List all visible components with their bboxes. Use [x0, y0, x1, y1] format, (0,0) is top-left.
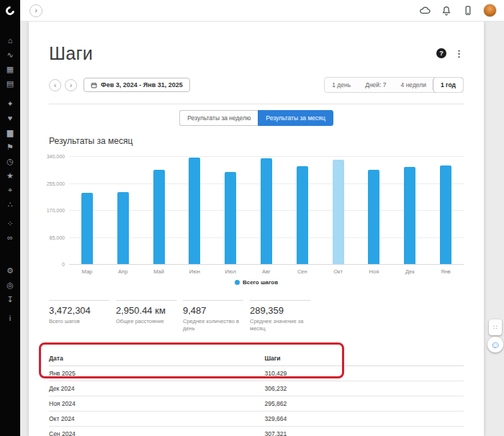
chart-bar[interactable] — [117, 192, 129, 264]
training-icon[interactable]: ✦ — [0, 96, 20, 111]
notifications-bell-icon[interactable] — [440, 5, 452, 16]
bar-slot — [141, 156, 177, 264]
table-row[interactable]: Ноя 2024295,862 — [49, 396, 464, 412]
x-axis-label: Авг — [248, 268, 284, 275]
chart-bar[interactable] — [440, 165, 451, 264]
x-axis-label: Май — [141, 268, 177, 275]
chart-bar[interactable] — [261, 158, 272, 264]
y-axis-tick: 0 — [62, 262, 65, 267]
chart-bar[interactable] — [404, 167, 415, 264]
tab[interactable]: Результаты за месяц — [258, 110, 333, 126]
prev-period-button[interactable]: ‹ — [49, 79, 61, 91]
health-stats-icon[interactable]: ♥ — [0, 111, 20, 125]
bar-slot — [105, 156, 141, 264]
chart-bar[interactable] — [297, 166, 308, 264]
chart-bar[interactable] — [81, 193, 93, 264]
chevron-left-icon: ‹ — [54, 81, 57, 89]
stat: 2,950.44 кмОбщее расстояние — [116, 300, 176, 332]
table-header-row: Дата Шаги — [49, 351, 464, 366]
bar-slot — [284, 156, 320, 264]
calendar-icon[interactable]: ▦ — [0, 62, 20, 76]
x-axis-label: Дек — [392, 268, 428, 275]
topbar-actions — [418, 4, 497, 17]
settings-icon[interactable]: ⚙ — [0, 263, 20, 278]
table-row[interactable]: Янв 2025310,429 — [49, 366, 464, 381]
x-axis-label: Мар — [69, 268, 105, 275]
stat-label: Среднее значение за месяц — [250, 318, 310, 332]
help-button[interactable]: ? — [436, 48, 446, 58]
info-icon[interactable]: i — [0, 311, 20, 325]
courses-icon[interactable]: ⌖ — [0, 183, 20, 197]
topbar: › — [20, 0, 504, 22]
downloads-icon[interactable]: ↧ — [0, 292, 20, 306]
grip-icon: ∷ — [493, 324, 498, 331]
training-plans-icon[interactable]: ⚑ — [0, 140, 20, 154]
result-tabs: Результаты за неделюРезультаты за месяц — [49, 110, 464, 126]
stat-value: 9,487 — [183, 305, 243, 316]
badges-icon[interactable]: ◎ — [0, 278, 20, 292]
reports-icon[interactable]: ▤ — [0, 76, 20, 91]
content-card: Шаги ? ⋮ ‹ › — [29, 22, 484, 436]
chart-bar[interactable] — [333, 160, 344, 264]
calendar-icon — [91, 82, 97, 88]
table-row[interactable]: Дек 2024306,232 — [49, 381, 464, 396]
stat: 289,359Среднее значение за месяц — [250, 300, 310, 332]
bar-slot — [356, 156, 392, 264]
chart-bar[interactable] — [189, 158, 200, 264]
cell-date: Ноя 2024 — [49, 400, 265, 407]
x-axis-label: Янв — [428, 268, 464, 275]
chevron-right-icon: › — [35, 6, 37, 14]
chart-bar[interactable] — [225, 172, 236, 264]
chart-bar[interactable] — [153, 170, 165, 264]
stat-value: 289,359 — [250, 305, 310, 316]
range-option[interactable]: 4 недели — [394, 78, 433, 92]
cell-date: Янв 2025 — [49, 370, 265, 377]
side-panel-handle[interactable]: ∷ — [489, 319, 502, 335]
x-axis-label: Июн — [176, 268, 212, 275]
bar-slot — [69, 156, 105, 264]
range-option[interactable]: 1 день — [325, 78, 358, 92]
range-option[interactable]: 1 год — [433, 78, 463, 92]
x-axis-label: Ноя — [356, 268, 392, 275]
next-period-button[interactable]: › — [65, 79, 77, 91]
chart-bar[interactable] — [368, 170, 379, 264]
table-row[interactable]: Сен 2024307,321 — [49, 427, 464, 436]
y-axis-tick: 255,000 — [47, 181, 65, 186]
steps-bar-chart: 085,000170,000255,000340,000 МарАпрМайИю… — [39, 152, 467, 276]
stat-label: Общее расстояние — [116, 318, 176, 325]
chart-legend: Всего шагов — [49, 279, 464, 286]
stat: 3,472,304Всего шагов — [49, 300, 109, 332]
connections-icon[interactable]: ∞ — [0, 230, 20, 245]
cell-date: Сен 2024 — [49, 430, 265, 436]
feedback-smiley-button[interactable]: ☺ — [487, 337, 503, 353]
cell-steps: 307,321 — [265, 430, 464, 436]
tab[interactable]: Результаты за неделю — [179, 110, 258, 126]
performance-icon[interactable]: ▆ — [0, 125, 20, 140]
range-option[interactable]: Дней: 7 — [358, 78, 393, 92]
x-axis-label: Сен — [284, 268, 320, 275]
watch-icon[interactable]: ◷ — [0, 154, 20, 168]
table-row[interactable]: Окт 2024329,664 — [49, 412, 464, 427]
activities-icon[interactable]: ∿ — [0, 47, 20, 62]
home-icon[interactable]: ⌂ — [0, 33, 20, 47]
sidebar-expand-button[interactable]: › — [30, 4, 42, 17]
cell-date: Дек 2024 — [49, 385, 265, 392]
stat-label: Среднее количество в день — [183, 318, 243, 332]
y-axis-tick: 340,000 — [47, 154, 65, 159]
user-avatar[interactable] — [483, 4, 497, 17]
main-area: Шаги ? ⋮ ‹ › — [20, 22, 504, 436]
bar-slot — [320, 156, 356, 264]
groups-icon[interactable]: ⁘ — [0, 216, 20, 230]
garmin-logo-icon — [4, 5, 17, 17]
page-title: Шаги — [49, 43, 93, 64]
question-icon: ? — [439, 50, 444, 57]
x-axis-label: Июл — [212, 268, 248, 275]
device-icon[interactable] — [462, 5, 474, 16]
challenges-icon[interactable]: ★ — [0, 168, 20, 183]
cloud-sync-icon[interactable] — [418, 5, 431, 16]
kebab-menu-icon[interactable]: ⋮ — [454, 49, 464, 58]
date-controls: ‹ › Фев 3, 2024 - Янв 31, 2025 1 деньДне… — [49, 76, 464, 94]
insights-icon[interactable]: ∴ — [0, 197, 20, 212]
date-range-picker[interactable]: Фев 3, 2024 - Янв 31, 2025 — [84, 78, 190, 92]
garmin-logo[interactable] — [0, 0, 20, 22]
